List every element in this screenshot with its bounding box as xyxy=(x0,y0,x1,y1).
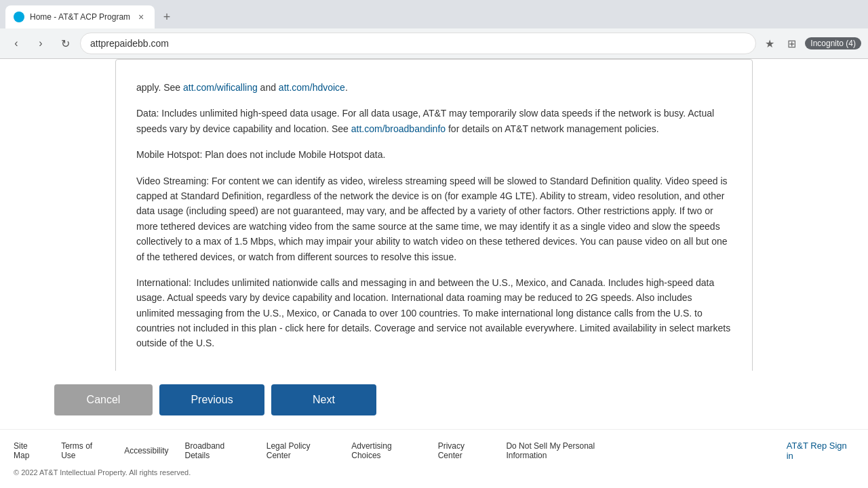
active-tab[interactable]: Home - AT&T ACP Program × xyxy=(5,5,155,28)
footer-legal[interactable]: Legal Policy Center xyxy=(267,441,335,460)
next-button[interactable]: Next xyxy=(271,384,376,415)
page-content: apply. See att.com/wificalling and att.c… xyxy=(0,59,868,488)
address-bar: ‹ › ↻ ★ ⊞ Incognito (4) xyxy=(0,28,868,58)
video-para: Video Streaming: For content we can iden… xyxy=(136,174,732,264)
text-block: apply. See att.com/wificalling and att.c… xyxy=(136,73,732,369)
inner-content: apply. See att.com/wificalling and att.c… xyxy=(47,59,821,371)
back-button[interactable]: ‹ xyxy=(7,34,26,53)
hotspot-para: Mobile Hotspot: Plan does not include Mo… xyxy=(136,147,732,162)
footer-links: Site Map Terms of Use Accessibility Broa… xyxy=(14,441,854,461)
tab-close-button[interactable]: × xyxy=(136,12,146,22)
bookmark-icon[interactable]: ★ xyxy=(762,35,778,52)
footer-advertising[interactable]: Advertising Choices xyxy=(351,441,421,460)
cancel-button[interactable]: Cancel xyxy=(54,384,153,415)
footer-do-not-sell[interactable]: Do Not Sell My Personal Information xyxy=(506,441,634,460)
hdvoice-link[interactable]: att.com/hdvoice xyxy=(279,82,345,93)
data-para: Data: Includes unlimited high-speed data… xyxy=(136,106,732,136)
new-tab-button[interactable]: + xyxy=(157,7,176,26)
address-input[interactable] xyxy=(80,33,756,54)
footer-accessibility[interactable]: Accessibility xyxy=(124,446,168,455)
buttons-area: Cancel Previous Next xyxy=(0,371,868,429)
forward-button[interactable]: › xyxy=(31,34,50,53)
refresh-button[interactable]: ↻ xyxy=(56,34,75,53)
wificalling-para: apply. See att.com/wificalling and att.c… xyxy=(136,80,732,95)
tab-bar: Home - AT&T ACP Program × + xyxy=(0,0,868,28)
footer-broadband[interactable]: Broadband Details xyxy=(184,441,250,460)
incognito-badge[interactable]: Incognito (4) xyxy=(805,37,861,49)
address-right-icons: ★ ⊞ Incognito (4) xyxy=(762,35,861,52)
footer-site-map[interactable]: Site Map xyxy=(14,441,45,460)
tab-title: Home - AT&T ACP Program xyxy=(30,12,130,22)
scrollable-area[interactable]: apply. See att.com/wificalling and att.c… xyxy=(0,59,868,371)
footer-copyright: © 2022 AT&T Intellectual Property. All r… xyxy=(14,466,854,477)
wificalling-link[interactable]: att.com/wificalling xyxy=(183,82,258,93)
browser-chrome: Home - AT&T ACP Program × + ‹ › ↻ ★ ⊞ In… xyxy=(0,0,868,59)
tab-favicon xyxy=(14,12,24,22)
content-area: apply. See att.com/wificalling and att.c… xyxy=(0,59,868,429)
footer: Site Map Terms of Use Accessibility Broa… xyxy=(0,429,868,488)
terms-card: apply. See att.com/wificalling and att.c… xyxy=(115,59,753,371)
previous-button[interactable]: Previous xyxy=(159,384,264,415)
extensions-icon[interactable]: ⊞ xyxy=(783,35,800,52)
international-para: International: Includes unlimited nation… xyxy=(136,275,732,351)
footer-terms[interactable]: Terms of Use xyxy=(61,441,108,460)
footer-bottom: Site Map Terms of Use Accessibility Broa… xyxy=(14,441,854,466)
footer-att-signin[interactable]: AT&T Rep Sign in xyxy=(787,441,854,461)
broadbandinfo-link[interactable]: att.com/broadbandinfo xyxy=(351,123,446,134)
footer-privacy[interactable]: Privacy Center xyxy=(438,441,490,460)
